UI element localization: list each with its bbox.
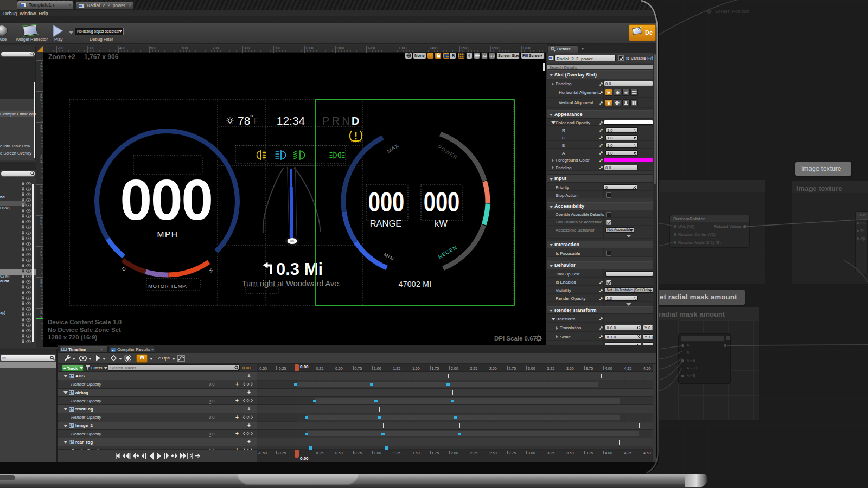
svg-text:000: 000 xyxy=(424,187,460,217)
svg-text:H: H xyxy=(208,267,214,274)
svg-text:F: F xyxy=(253,116,259,126)
svg-text:Turn right at Woodward Ave.: Turn right at Woodward Ave. xyxy=(242,279,341,288)
svg-text:R: R xyxy=(332,115,340,127)
svg-text:D: D xyxy=(352,115,359,127)
svg-text:P: P xyxy=(322,115,329,127)
svg-text:MIN: MIN xyxy=(382,251,395,262)
svg-text:78: 78 xyxy=(238,114,250,127)
svg-text:N: N xyxy=(342,115,350,127)
svg-text:0.3 Mi: 0.3 Mi xyxy=(276,260,323,279)
svg-text:MAX: MAX xyxy=(386,143,400,155)
svg-text:REGEN: REGEN xyxy=(437,244,458,260)
svg-text:MOTOR TEMP.: MOTOR TEMP. xyxy=(148,283,187,289)
svg-text:000: 000 xyxy=(120,168,212,232)
svg-text:47002 MI: 47002 MI xyxy=(399,280,432,288)
svg-text:kW: kW xyxy=(435,219,448,228)
svg-text:000: 000 xyxy=(368,187,405,217)
svg-text:°: ° xyxy=(250,113,253,122)
svg-text:12:34: 12:34 xyxy=(277,114,305,127)
svg-text:POWER: POWER xyxy=(437,144,459,160)
svg-text:RANGE: RANGE xyxy=(370,219,402,228)
svg-text:C: C xyxy=(120,266,126,272)
svg-text:MPH: MPH xyxy=(157,229,178,239)
